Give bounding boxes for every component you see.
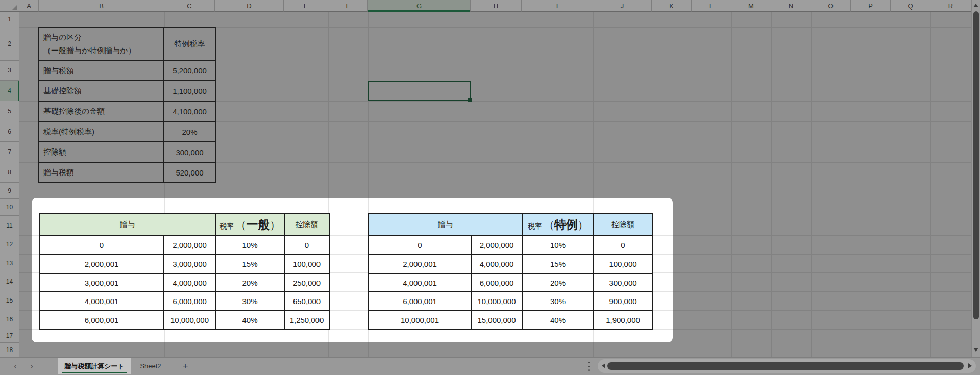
horizontal-scrollbar[interactable] bbox=[598, 359, 976, 373]
column-header-D[interactable]: D bbox=[215, 0, 284, 12]
rate-table-cell[interactable]: 40% bbox=[522, 311, 594, 330]
rate-table-cell[interactable]: 100,000 bbox=[284, 255, 329, 273]
rate-table-cell[interactable]: 10% bbox=[215, 236, 284, 255]
calc-cell-value[interactable]: 300,000 bbox=[164, 142, 215, 162]
row-header-14[interactable]: 14 bbox=[0, 272, 19, 291]
calc-cell-label[interactable]: 控除額 bbox=[39, 142, 164, 162]
row-header-4[interactable]: 4 bbox=[0, 81, 19, 101]
row-header-7[interactable]: 7 bbox=[0, 142, 19, 162]
rate-table-cell[interactable]: 15% bbox=[522, 255, 594, 273]
column-header-R[interactable]: R bbox=[930, 0, 971, 12]
column-header-C[interactable]: C bbox=[164, 0, 215, 12]
sheet-tab-2[interactable]: Sheet2 bbox=[131, 358, 170, 374]
rate-table-cell[interactable]: 0 bbox=[369, 236, 471, 255]
rate-table-cell[interactable]: 6,000,001 bbox=[369, 292, 471, 311]
select-all-button[interactable] bbox=[0, 0, 19, 12]
calc-cell-value[interactable]: 1,100,000 bbox=[164, 81, 215, 101]
row-header-2[interactable]: 2 bbox=[0, 27, 19, 61]
rate-table-cell[interactable]: 1,900,000 bbox=[594, 311, 652, 330]
selected-cell-G4[interactable] bbox=[368, 81, 471, 101]
column-header-E[interactable]: E bbox=[284, 0, 328, 12]
row-header-11[interactable]: 11 bbox=[0, 216, 19, 235]
rate-table-cell[interactable]: 30% bbox=[522, 292, 594, 311]
scroll-right-icon[interactable] bbox=[968, 363, 972, 368]
rate-table-cell[interactable]: 10,000,000 bbox=[164, 311, 215, 330]
rate-table-cell[interactable]: 4,000,001 bbox=[39, 292, 164, 311]
row-header-6[interactable]: 6 bbox=[0, 121, 19, 142]
rate-table-cell[interactable]: 10% bbox=[522, 236, 594, 255]
rate-table-cell[interactable]: 3,000,000 bbox=[164, 255, 215, 273]
rate-table-cell[interactable]: 100,000 bbox=[594, 255, 652, 273]
column-header-F[interactable]: F bbox=[328, 0, 368, 12]
rate-table-cell[interactable]: 0 bbox=[39, 236, 164, 255]
column-header-I[interactable]: I bbox=[522, 0, 593, 12]
rate-table-cell[interactable]: 4,000,000 bbox=[471, 255, 522, 273]
horizontal-scrollbar-thumb[interactable] bbox=[607, 362, 964, 370]
calc-cell-label[interactable]: 基礎控除後の金額 bbox=[39, 101, 164, 121]
prev-sheet-button[interactable]: ‹ bbox=[10, 359, 21, 373]
scroll-up-icon[interactable] bbox=[973, 4, 978, 7]
row-header-8[interactable]: 8 bbox=[0, 162, 19, 183]
rate-table-cell[interactable]: 4,000,000 bbox=[164, 273, 215, 292]
row-header-3[interactable]: 3 bbox=[0, 61, 19, 81]
rate-table-cell[interactable]: 40% bbox=[215, 311, 284, 330]
rate-table-cell[interactable]: 4,000,001 bbox=[369, 273, 471, 292]
row-header-17[interactable]: 17 bbox=[0, 329, 19, 343]
calc-cell-value[interactable]: 4,100,000 bbox=[164, 101, 215, 121]
rate-table-cell[interactable]: 10,000,000 bbox=[471, 292, 522, 311]
column-header-O[interactable]: O bbox=[811, 0, 851, 12]
tabbar-splitter-handle[interactable] bbox=[587, 362, 590, 371]
add-sheet-button[interactable]: + bbox=[179, 359, 192, 373]
rate-table-cell[interactable]: 650,000 bbox=[284, 292, 329, 311]
vertical-scrollbar[interactable] bbox=[971, 0, 980, 357]
row-header-12[interactable]: 12 bbox=[0, 235, 19, 254]
rate-table-cell[interactable]: 6,000,001 bbox=[39, 311, 164, 330]
rate-table-cell[interactable]: 300,000 bbox=[594, 273, 652, 292]
column-header-Q[interactable]: Q bbox=[891, 0, 930, 12]
column-header-H[interactable]: H bbox=[471, 0, 522, 12]
column-header-P[interactable]: P bbox=[851, 0, 891, 12]
calc-cell-label[interactable]: 贈与税額 bbox=[39, 162, 164, 183]
calc-cell-label[interactable]: 贈与税額 bbox=[39, 61, 164, 81]
rate-table-cell[interactable]: 20% bbox=[522, 273, 594, 292]
sheet-tab-1[interactable]: 贈与税額計算シート bbox=[58, 358, 131, 374]
column-header-B[interactable]: B bbox=[39, 0, 164, 12]
fill-handle[interactable] bbox=[468, 98, 472, 103]
rate-table-cell[interactable]: 1,250,000 bbox=[284, 311, 329, 330]
column-header-J[interactable]: J bbox=[593, 0, 652, 12]
scroll-left-icon[interactable] bbox=[602, 363, 605, 368]
rate-table-cell[interactable]: 2,000,001 bbox=[369, 255, 471, 273]
row-header-1[interactable]: 1 bbox=[0, 12, 19, 27]
rate-table-cell[interactable]: 6,000,000 bbox=[471, 273, 522, 292]
rate-table-cell[interactable]: 900,000 bbox=[594, 292, 652, 311]
rate-table-cell[interactable]: 2,000,001 bbox=[39, 255, 164, 273]
rate-table-cell[interactable]: 15,000,000 bbox=[471, 311, 522, 330]
row-header-16[interactable]: 16 bbox=[0, 310, 19, 329]
column-header-N[interactable]: N bbox=[771, 0, 811, 12]
rate-table-cell[interactable]: 2,000,000 bbox=[164, 236, 215, 255]
row-header-5[interactable]: 5 bbox=[0, 101, 19, 121]
rate-table-cell[interactable]: 0 bbox=[594, 236, 652, 255]
column-header-K[interactable]: K bbox=[652, 0, 692, 12]
row-header-15[interactable]: 15 bbox=[0, 291, 19, 310]
rate-table-cell[interactable]: 6,000,000 bbox=[164, 292, 215, 311]
column-header-A[interactable]: A bbox=[19, 0, 39, 12]
calc-cell-value[interactable]: 特例税率 bbox=[164, 27, 215, 61]
next-sheet-button[interactable]: › bbox=[26, 359, 37, 373]
rate-table-cell[interactable]: 20% bbox=[215, 273, 284, 292]
scroll-down-icon[interactable] bbox=[973, 348, 978, 352]
calc-cell-label[interactable]: 基礎控除額 bbox=[39, 81, 164, 101]
row-header-9[interactable]: 9 bbox=[0, 183, 19, 199]
vertical-scrollbar-thumb[interactable] bbox=[973, 11, 979, 319]
column-header-M[interactable]: M bbox=[731, 0, 771, 12]
calc-cell-label[interactable]: 税率(特例税率) bbox=[39, 121, 164, 142]
calc-cell-value[interactable]: 5,200,000 bbox=[164, 61, 215, 81]
row-header-18[interactable]: 18 bbox=[0, 343, 19, 357]
row-header-10[interactable]: 10 bbox=[0, 199, 19, 216]
rate-table-cell[interactable]: 10,000,001 bbox=[369, 311, 471, 330]
rate-table-cell[interactable]: 30% bbox=[215, 292, 284, 311]
calc-cell-value[interactable]: 520,000 bbox=[164, 162, 215, 183]
row-header-13[interactable]: 13 bbox=[0, 254, 19, 272]
calc-cell-label[interactable]: 贈与の区分 （一般贈与か特例贈与か） bbox=[39, 27, 164, 61]
rate-table-cell[interactable]: 250,000 bbox=[284, 273, 329, 292]
